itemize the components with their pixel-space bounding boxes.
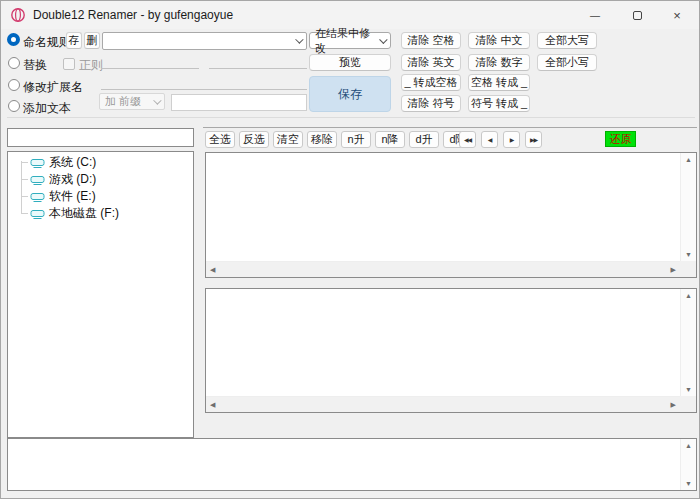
chevron-down-icon [153, 96, 161, 104]
horizontal-scrollbar[interactable]: ◀ ▶ [206, 396, 680, 412]
move-up-button[interactable]: ◀ [481, 131, 498, 148]
chevron-down-icon [379, 35, 387, 43]
all-uppercase-button[interactable]: 全部大写 [537, 32, 597, 49]
scroll-up-icon[interactable]: ▲ [685, 442, 692, 449]
move-down-icon: ▶ [510, 136, 514, 143]
preview-button[interactable]: 预览 [309, 54, 391, 71]
scroll-up-icon[interactable]: ▲ [685, 292, 692, 299]
tree-item-drive-d[interactable]: 游戏 (D:) [8, 171, 193, 188]
extension-input[interactable] [101, 75, 307, 90]
minimize-button[interactable]: — [575, 1, 615, 29]
remove-label: 移除 [311, 132, 333, 147]
preview-names-list[interactable] [206, 289, 680, 396]
regex-label: 正则 [79, 57, 103, 74]
clear-digits-label: 清除 数字 [475, 55, 522, 70]
original-names-list[interactable] [206, 153, 680, 261]
radio-add-text[interactable] [8, 100, 20, 112]
preview-label: 预览 [339, 55, 361, 70]
restore-label: 还原 [610, 132, 632, 147]
replace-with-input[interactable] [209, 54, 307, 69]
scroll-left-icon[interactable]: ◀ [210, 266, 215, 273]
move-up-icon: ◀ [488, 136, 492, 143]
vertical-scrollbar[interactable]: ▲ ▼ [680, 153, 696, 261]
underscore-to-space-label: _ 转成空格 [404, 75, 457, 90]
date-sort-asc-button[interactable]: d升 [409, 131, 439, 148]
tree-connector-stub [21, 179, 28, 180]
status-log-box[interactable] [8, 439, 680, 490]
clear-space-button[interactable]: 清除 空格 [401, 32, 461, 49]
move-to-bottom-icon: ▶▶ [530, 136, 537, 143]
save-button[interactable]: 保存 [309, 76, 391, 112]
tree-item-label: 软件 (E:) [49, 188, 96, 205]
save-label: 保存 [338, 86, 362, 103]
symbol-to-underscore-button[interactable]: 符号 转成 _ [468, 95, 530, 112]
clear-digits-button[interactable]: 清除 数字 [468, 54, 530, 71]
tree-connector-stub [21, 213, 28, 214]
radio-naming-rule[interactable] [7, 33, 20, 46]
clear-symbols-button[interactable]: 清除 符号 [401, 95, 461, 112]
vertical-scrollbar[interactable]: ▲ ▼ [680, 289, 696, 396]
invert-selection-button[interactable]: 反选 [239, 131, 269, 148]
move-to-bottom-button[interactable]: ▶▶ [525, 131, 542, 148]
clear-english-button[interactable]: 清除 英文 [401, 54, 461, 71]
space-to-underscore-button[interactable]: 空格 转成 _ [468, 74, 530, 91]
replace-label[interactable]: 替换 [23, 57, 47, 74]
horizontal-scrollbar[interactable]: ◀ ▶ [206, 261, 680, 277]
add-text-mode-combobox[interactable]: 加 前缀 [99, 93, 165, 110]
select-all-label: 全选 [209, 132, 231, 147]
minimize-icon: — [590, 10, 600, 21]
scroll-down-icon[interactable]: ▼ [685, 386, 692, 393]
tree-item-drive-e[interactable]: 软件 (E:) [8, 188, 193, 205]
name-sort-desc-label: n降 [381, 132, 398, 147]
add-text-label[interactable]: 添加文本 [23, 100, 71, 117]
radio-replace[interactable] [8, 57, 20, 69]
scroll-down-icon[interactable]: ▼ [685, 480, 692, 487]
move-to-top-icon: ◀◀ [464, 136, 471, 143]
scroll-left-icon[interactable]: ◀ [210, 401, 215, 408]
drive-icon [30, 208, 45, 220]
radio-change-extension[interactable] [8, 79, 20, 91]
tree-connector-stub [21, 196, 28, 197]
close-icon: × [673, 8, 681, 23]
underscore-to-space-button[interactable]: _ 转成空格 [401, 74, 461, 91]
replace-find-input[interactable] [101, 54, 199, 69]
select-all-button[interactable]: 全选 [205, 131, 235, 148]
regex-checkbox[interactable] [63, 58, 75, 70]
add-text-input[interactable] [171, 94, 307, 111]
rule-save-button[interactable]: 存 [66, 32, 82, 49]
close-button[interactable]: × [657, 1, 697, 29]
clear-chinese-button[interactable]: 清除 中文 [468, 32, 530, 49]
all-lowercase-button[interactable]: 全部小写 [537, 54, 597, 71]
tree-item-label: 游戏 (D:) [49, 171, 96, 188]
modify-in-result-combobox[interactable]: 在结果中修改 [309, 32, 391, 49]
tree-item-drive-f[interactable]: 本地磁盘 (F:) [8, 205, 193, 222]
clear-chinese-label: 清除 中文 [475, 33, 522, 48]
scrollbar-corner [680, 396, 696, 412]
rule-delete-button[interactable]: 删 [84, 32, 100, 49]
naming-rule-label[interactable]: 命名规则 [23, 34, 71, 51]
maximize-button[interactable] [617, 1, 657, 29]
clear-list-button[interactable]: 清空 [273, 131, 303, 148]
restore-button[interactable]: 还原 [605, 131, 636, 147]
scroll-right-icon[interactable]: ▶ [671, 266, 676, 273]
all-lowercase-label: 全部小写 [545, 55, 589, 70]
clear-english-label: 清除 英文 [407, 55, 454, 70]
vertical-scrollbar[interactable]: ▲ ▼ [680, 439, 696, 490]
move-down-button[interactable]: ▶ [503, 131, 520, 148]
clear-list-label: 清空 [277, 132, 299, 147]
date-sort-asc-label: d升 [415, 132, 432, 147]
remove-button[interactable]: 移除 [307, 131, 337, 148]
tree-item-drive-c[interactable]: 系统 (C:) [8, 154, 193, 171]
scroll-up-icon[interactable]: ▲ [685, 156, 692, 163]
name-sort-asc-button[interactable]: n升 [341, 131, 371, 148]
scroll-down-icon[interactable]: ▼ [685, 251, 692, 258]
naming-rule-combobox[interactable] [102, 32, 307, 50]
scroll-right-icon[interactable]: ▶ [671, 401, 676, 408]
name-sort-desc-button[interactable]: n降 [375, 131, 405, 148]
drive-icon [30, 157, 45, 169]
change-extension-label[interactable]: 修改扩展名 [23, 79, 83, 96]
tree-filter-input[interactable] [7, 128, 194, 147]
move-to-top-button[interactable]: ◀◀ [459, 131, 476, 148]
drive-tree-panel[interactable]: 系统 (C:) 游戏 (D:) 软件 (E:) 本地磁盘 (F:) [7, 151, 194, 438]
drive-icon [30, 191, 45, 203]
